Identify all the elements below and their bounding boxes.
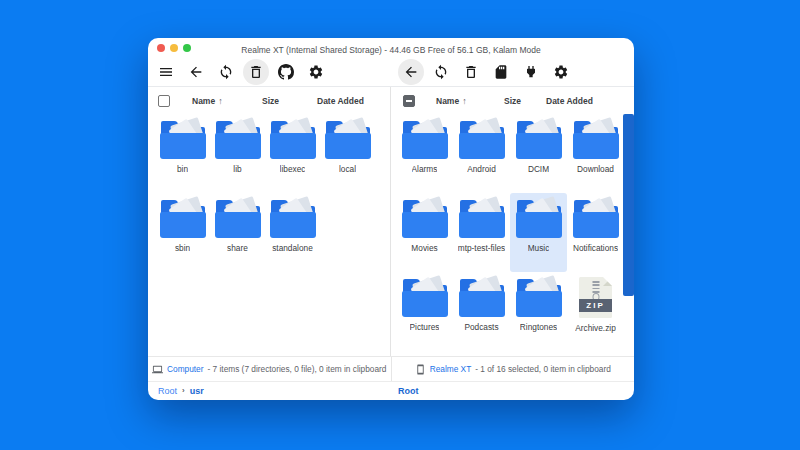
column-size[interactable]: Size: [262, 96, 317, 106]
window-title: Realme XT (Internal Shared Storage) - 44…: [148, 38, 634, 55]
file-item[interactable]: Download: [567, 114, 624, 193]
vertical-scrollbar[interactable]: [623, 114, 634, 296]
back-button-local[interactable]: [183, 59, 209, 85]
zip-file-icon: ZIP: [579, 277, 612, 318]
folder-icon: [160, 121, 206, 159]
folder-icon: [516, 121, 562, 159]
menu-button[interactable]: [153, 59, 179, 85]
gear-icon: [308, 64, 324, 80]
item-label: Movies: [411, 243, 437, 253]
device-pane: Name ↑ Size Date Added Alarms Android: [390, 87, 634, 356]
item-label: Ringtones: [520, 322, 557, 332]
delete-button-local[interactable]: [243, 59, 269, 85]
sort-ascending-icon: ↑: [462, 96, 467, 106]
breadcrumb-current[interactable]: usr: [190, 386, 204, 396]
file-item[interactable]: mtp-test-files: [453, 193, 510, 272]
delete-button-device[interactable]: [458, 59, 484, 85]
app-window: Realme XT (Internal Shared Storage) - 44…: [148, 38, 634, 400]
minimize-window-button[interactable]: [170, 44, 178, 52]
breadcrumb-root[interactable]: Root: [398, 386, 419, 396]
item-label: DCIM: [528, 164, 549, 174]
chevron-right-icon: ›: [182, 386, 185, 395]
file-item[interactable]: Podcasts: [453, 272, 510, 351]
item-label: Pictures: [410, 322, 440, 332]
file-item[interactable]: Android: [453, 114, 510, 193]
local-column-header: Name ↑ Size Date Added: [148, 87, 390, 114]
file-item[interactable]: Music: [510, 193, 567, 272]
file-item[interactable]: bin: [155, 114, 210, 193]
file-browser-panes: Name ↑ Size Date Added bin lib: [148, 86, 634, 356]
settings-button-device[interactable]: [548, 59, 574, 85]
device-link[interactable]: Realme XT: [430, 364, 472, 374]
file-item[interactable]: Alarms: [396, 114, 453, 193]
computer-icon: [152, 364, 163, 375]
select-all-checkbox-device[interactable]: [403, 95, 415, 107]
folder-icon: [270, 200, 316, 238]
folder-icon: [270, 121, 316, 159]
storage-button[interactable]: [488, 59, 514, 85]
file-item[interactable]: local: [320, 114, 375, 193]
item-label: libexec: [280, 164, 306, 174]
file-item[interactable]: Movies: [396, 193, 453, 272]
arrow-back-icon: [403, 64, 419, 80]
file-item[interactable]: ZIP Archive.zip: [567, 272, 624, 351]
item-label: Podcasts: [464, 322, 498, 332]
connect-device-button[interactable]: [518, 59, 544, 85]
device-status-text: - 1 of 16 selected, 0 item in clipboard: [475, 364, 611, 374]
file-item[interactable]: libexec: [265, 114, 320, 193]
folder-icon: [402, 121, 448, 159]
zoom-window-button[interactable]: [183, 44, 191, 52]
item-label: local: [339, 164, 356, 174]
file-item[interactable]: Pictures: [396, 272, 453, 351]
column-name[interactable]: Name ↑: [192, 96, 262, 106]
device-pane-toolbar: [395, 59, 634, 85]
file-item[interactable]: sbin: [155, 193, 210, 272]
item-label: Archive.zip: [575, 323, 616, 333]
gear-icon: [553, 64, 569, 80]
file-item[interactable]: Ringtones: [510, 272, 567, 351]
local-pane: Name ↑ Size Date Added bin lib: [148, 87, 390, 356]
item-label: standalone: [272, 243, 313, 253]
folder-icon: [516, 279, 562, 317]
folder-icon: [459, 279, 505, 317]
local-device-link[interactable]: Computer: [167, 364, 203, 374]
folder-icon: [573, 121, 619, 159]
file-item[interactable]: lib: [210, 114, 265, 193]
trash-icon: [463, 64, 479, 80]
item-label: sbin: [175, 243, 190, 253]
device-file-grid: Alarms Android DCIM Download: [396, 114, 634, 351]
refresh-button-device[interactable]: [428, 59, 454, 85]
trash-icon: [248, 64, 264, 80]
smartphone-icon: [415, 364, 426, 375]
file-item[interactable]: DCIM: [510, 114, 567, 193]
file-item[interactable]: share: [210, 193, 265, 272]
file-item[interactable]: Notifications: [567, 193, 624, 272]
github-button[interactable]: [273, 59, 299, 85]
folder-icon: [402, 279, 448, 317]
refresh-button-local[interactable]: [213, 59, 239, 85]
column-date-added[interactable]: Date Added: [546, 96, 593, 106]
titlebar: Realme XT (Internal Shared Storage) - 44…: [148, 38, 634, 58]
column-name[interactable]: Name ↑: [436, 96, 504, 106]
item-label: Music: [528, 243, 550, 253]
local-breadcrumb: Root › usr: [158, 386, 204, 396]
item-label: share: [227, 243, 248, 253]
close-window-button[interactable]: [157, 44, 165, 52]
refresh-icon: [433, 64, 449, 80]
item-label: mtp-test-files: [458, 243, 505, 253]
item-label: Download: [577, 164, 614, 174]
file-item[interactable]: standalone: [265, 193, 320, 272]
local-status-text: - 7 items (7 directories, 0 file), 0 ite…: [208, 364, 387, 374]
breadcrumb-root[interactable]: Root: [158, 386, 177, 396]
back-button-device[interactable]: [398, 59, 424, 85]
column-size[interactable]: Size: [504, 96, 546, 106]
device-status: Realme XT - 1 of 16 selected, 0 item in …: [391, 357, 635, 381]
sort-ascending-icon: ↑: [218, 96, 223, 106]
column-date-added[interactable]: Date Added: [317, 96, 364, 106]
select-all-checkbox-local[interactable]: [158, 95, 170, 107]
settings-button-local[interactable]: [303, 59, 329, 85]
folder-icon: [215, 121, 261, 159]
toolbar-row: [148, 58, 634, 86]
breadcrumb-bar: Root › usr Root: [148, 381, 634, 400]
folder-icon: [459, 121, 505, 159]
